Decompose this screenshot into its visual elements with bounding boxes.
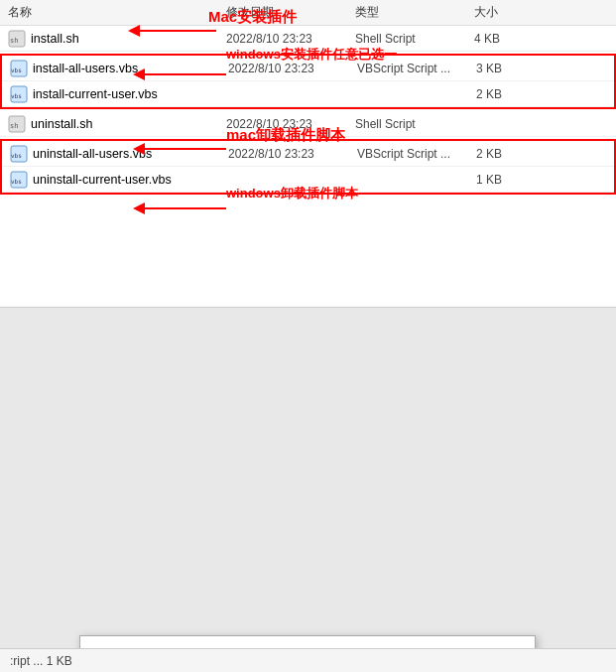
svg-text:sh: sh xyxy=(10,37,18,45)
table-row[interactable]: sh uninstall.sh 2022/8/10 23:23 Shell Sc… xyxy=(0,111,616,137)
shell-script-icon: sh xyxy=(8,115,26,133)
file-size: 3 KB xyxy=(476,62,536,75)
vbs-script-icon: vbs xyxy=(10,85,28,103)
file-name-cell: sh uninstall.sh xyxy=(8,115,226,133)
header-name: 名称 xyxy=(8,4,226,21)
file-name: uninstall-current-user.vbs xyxy=(33,173,172,187)
table-row[interactable]: vbs uninstall-all-users.vbs 2022/8/10 23… xyxy=(2,141,614,167)
svg-text:vbs: vbs xyxy=(11,92,22,99)
table-header: 名称 修改日期 类型 大小 xyxy=(0,0,616,26)
file-date: 2022/8/10 23:23 xyxy=(226,117,355,131)
header-date: 修改日期 xyxy=(226,4,355,21)
file-size: 2 KB xyxy=(476,147,536,161)
file-type: VBScript Script ... xyxy=(357,147,476,161)
file-name-cell: vbs install-all-users.vbs xyxy=(10,60,228,77)
file-name: uninstall-all-users.vbs xyxy=(33,147,152,161)
file-name: install.sh xyxy=(31,32,79,46)
status-text: :ript ... 1 KB xyxy=(10,654,72,668)
svg-text:vbs: vbs xyxy=(11,152,22,159)
table-row[interactable]: sh install.sh 2022/8/10 23:23 Shell Scri… xyxy=(0,26,616,52)
svg-text:vbs: vbs xyxy=(11,67,22,73)
install-vbs-group: vbs install-all-users.vbs 2022/8/10 23:2… xyxy=(0,54,616,109)
vbs-script-icon: vbs xyxy=(10,60,28,77)
file-name-cell: sh install.sh xyxy=(8,30,226,48)
file-date: 2022/8/10 23:23 xyxy=(228,147,357,161)
file-type: VBScript Script ... xyxy=(357,62,476,75)
uninstall-vbs-group: vbs uninstall-all-users.vbs 2022/8/10 23… xyxy=(0,139,616,195)
file-size: 1 KB xyxy=(476,173,536,187)
svg-text:vbs: vbs xyxy=(11,178,22,185)
table-row[interactable]: vbs uninstall-current-user.vbs 1 KB xyxy=(2,167,614,193)
file-type: Shell Script xyxy=(355,117,474,131)
file-name: uninstall.sh xyxy=(31,117,93,131)
file-name-cell: vbs uninstall-all-users.vbs xyxy=(10,145,228,163)
dialog-backdrop: ✕ It may take a few seconds to execute t… xyxy=(0,308,616,672)
shell-script-icon: sh xyxy=(8,30,26,48)
vbs-script-icon: vbs xyxy=(10,171,28,189)
vbs-script-icon: vbs xyxy=(10,145,28,163)
header-type: 类型 xyxy=(355,4,474,21)
file-name-cell: vbs install-current-user.vbs xyxy=(10,85,228,103)
file-name: install-all-users.vbs xyxy=(33,62,138,75)
svg-text:sh: sh xyxy=(10,122,18,130)
file-type: Shell Script xyxy=(355,32,474,46)
file-name-cell: vbs uninstall-current-user.vbs xyxy=(10,171,228,189)
file-size: 4 KB xyxy=(474,32,534,46)
file-size: 2 KB xyxy=(476,87,536,101)
status-bar: :ript ... 1 KB xyxy=(0,648,616,672)
file-date: 2022/8/10 23:23 xyxy=(228,62,357,75)
file-date: 2022/8/10 23:23 xyxy=(226,32,355,46)
file-name: install-current-user.vbs xyxy=(33,87,158,101)
file-manager: 名称 修改日期 类型 大小 sh install.sh 2022/8/10 23… xyxy=(0,0,616,308)
table-row[interactable]: vbs install-current-user.vbs 2 KB xyxy=(2,81,614,107)
table-row[interactable]: vbs install-all-users.vbs 2022/8/10 23:2… xyxy=(2,56,614,81)
header-size: 大小 xyxy=(474,4,534,21)
